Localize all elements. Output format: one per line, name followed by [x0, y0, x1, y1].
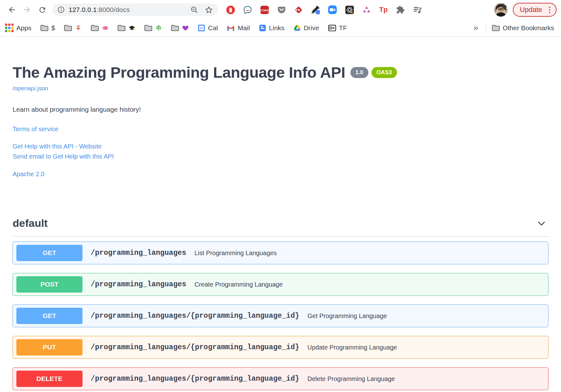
- profile-avatar[interactable]: [494, 3, 508, 17]
- license-link[interactable]: Apache 2.0: [13, 170, 548, 179]
- url-path: :8000/docs: [97, 6, 130, 13]
- update-button[interactable]: Update: [513, 3, 557, 17]
- endpoint-path[interactable]: /programming_languages/{programming_lang…: [91, 312, 299, 320]
- openapi-spec-link[interactable]: /openapi.json: [13, 85, 48, 92]
- puzzle-glyph: [396, 5, 405, 14]
- reload-button[interactable]: [35, 2, 50, 17]
- endpoint-row-list-languages[interactable]: GET /programming_languages List Programm…: [13, 242, 548, 264]
- zoom-meeting-extension-icon[interactable]: [328, 5, 337, 14]
- bookmark-calendar[interactable]: 27 Cal: [198, 24, 218, 32]
- site-info-icon[interactable]: [57, 6, 65, 14]
- endpoint-row-delete-language[interactable]: DELETE /programming_languages/{programmi…: [13, 367, 548, 390]
- bookmark-label: Apps: [16, 24, 31, 32]
- update-label: Update: [520, 6, 542, 14]
- google-calendar-icon: 27: [198, 24, 205, 32]
- bookmark-label: TF: [339, 24, 347, 32]
- playlist-glyph: [413, 5, 422, 14]
- avatar-photo: [494, 3, 508, 17]
- docs-list-icon: [259, 24, 266, 32]
- purple-heart-icon: [182, 25, 189, 31]
- bookmark-links[interactable]: Links: [259, 24, 285, 32]
- url-text: 127.0.0.1:8000/docs: [69, 6, 130, 14]
- endpoint-summary: Update Programming Language: [308, 344, 397, 351]
- tag-name[interactable]: default: [13, 217, 48, 229]
- diamond-arrow-extension-icon[interactable]: [294, 5, 303, 14]
- tp-label: Tp: [379, 6, 388, 14]
- gmail-icon: [227, 25, 235, 31]
- tag-section-header[interactable]: default: [13, 217, 548, 237]
- address-bar[interactable]: 127.0.0.1:8000/docs: [52, 3, 218, 16]
- endpoint-row-update-language[interactable]: PUT /programming_languages/{programming_…: [13, 336, 548, 359]
- bookmarks-separator: [486, 24, 486, 32]
- media-playlist-icon[interactable]: [413, 5, 422, 14]
- bookmark-label: Cal: [208, 24, 218, 32]
- bookmark-apps[interactable]: Apps: [5, 24, 31, 32]
- endpoint-path[interactable]: /programming_languages: [91, 280, 186, 288]
- zoom-out-icon[interactable]: [190, 6, 198, 14]
- get-help-website-link[interactable]: Get Help with this API - Website: [13, 141, 548, 151]
- endpoint-row-create-language[interactable]: POST /programming_languages Create Progr…: [13, 273, 548, 296]
- react-devtools-extension-icon[interactable]: [345, 5, 354, 14]
- apps-grid-icon: [5, 24, 14, 32]
- browser-menu-kebab-icon[interactable]: [547, 7, 552, 13]
- bookmark-label: Mail: [238, 24, 250, 32]
- collapse-section-button[interactable]: [535, 218, 548, 229]
- version-badge: 1.0: [350, 67, 368, 78]
- method-badge[interactable]: POST: [16, 276, 82, 293]
- endpoint-summary: Delete Programming Language: [308, 375, 395, 383]
- send-email-link[interactable]: Send email to Get Help with this API: [13, 151, 548, 161]
- endpoint-path[interactable]: /programming_languages/{programming_lang…: [91, 343, 299, 351]
- back-button[interactable]: [4, 2, 20, 17]
- react-atom-glyph: [345, 5, 354, 14]
- bookmark-other-bookmarks[interactable]: Other Bookmarks: [492, 24, 554, 32]
- forward-arrow-icon: [23, 5, 31, 14]
- bookmark-drive[interactable]: Drive: [293, 24, 319, 32]
- carousel-horse-icon: [75, 25, 82, 31]
- endpoint-row-get-language[interactable]: GET /programming_languages/{programming_…: [13, 305, 548, 327]
- method-badge[interactable]: PUT: [16, 339, 82, 356]
- endpoint-path[interactable]: /programming_languages/{programming_lang…: [91, 375, 299, 383]
- bookmark-folder-carousel[interactable]: [64, 25, 82, 31]
- reload-icon: [38, 6, 47, 14]
- forward-button[interactable]: [20, 2, 35, 17]
- bookmark-gmail[interactable]: Mail: [227, 24, 250, 32]
- folder-icon: [40, 25, 48, 31]
- graduation-cap-icon: [128, 25, 135, 31]
- recycle-extension-icon[interactable]: [362, 5, 371, 14]
- folder-icon: [492, 25, 500, 31]
- bookmark-folder-herb[interactable]: [144, 25, 162, 31]
- bookmark-tf[interactable]: TF: [328, 24, 347, 32]
- browser-toolbar: 127.0.0.1:8000/docs: [0, 0, 561, 20]
- bookmark-folder-graduation[interactable]: [117, 25, 135, 31]
- tp-extension-icon[interactable]: Tp: [379, 5, 388, 14]
- bookmark-folder-dollar[interactable]: $: [40, 24, 55, 32]
- method-badge[interactable]: GET: [16, 308, 82, 324]
- herb-icon: [155, 25, 162, 31]
- eyedropper-glyph: [311, 5, 320, 14]
- bookmark-star-icon[interactable]: [205, 6, 213, 14]
- extension-icons-row: CORS: [226, 5, 422, 14]
- adblock-extension-icon[interactable]: [226, 5, 235, 14]
- color-picker-extension-icon[interactable]: [311, 5, 320, 14]
- endpoint-path[interactable]: /programming_languages: [91, 249, 186, 257]
- endpoint-summary: Create Programming Language: [195, 281, 283, 288]
- bookmark-label: Other Bookmarks: [503, 24, 554, 32]
- endpoint-summary: Get Programming Language: [308, 312, 387, 320]
- bookmark-label: Links: [269, 24, 285, 32]
- recycle-glyph: [362, 5, 371, 14]
- bookmarks-overflow-chevron[interactable]: »: [472, 23, 480, 33]
- method-badge[interactable]: GET: [16, 245, 82, 261]
- terms-of-service-link[interactable]: Terms of service: [13, 125, 548, 134]
- chat-bubble-extension-icon[interactable]: [243, 5, 252, 14]
- svg-text:CORS: CORS: [260, 8, 269, 12]
- bookmark-folder-brain[interactable]: [91, 25, 109, 31]
- pocket-extension-icon[interactable]: [277, 5, 286, 14]
- back-arrow-icon: [8, 5, 16, 14]
- bookmark-folder-purple-heart[interactable]: [171, 25, 189, 31]
- method-badge[interactable]: DELETE: [16, 371, 82, 387]
- svg-text:27: 27: [200, 26, 203, 30]
- swagger-page: The Amazing Programming Language Info AP…: [0, 36, 561, 390]
- extensions-puzzle-icon[interactable]: [396, 5, 405, 14]
- cors-extension-icon[interactable]: CORS: [260, 5, 269, 14]
- tf-doc-icon: [328, 24, 336, 32]
